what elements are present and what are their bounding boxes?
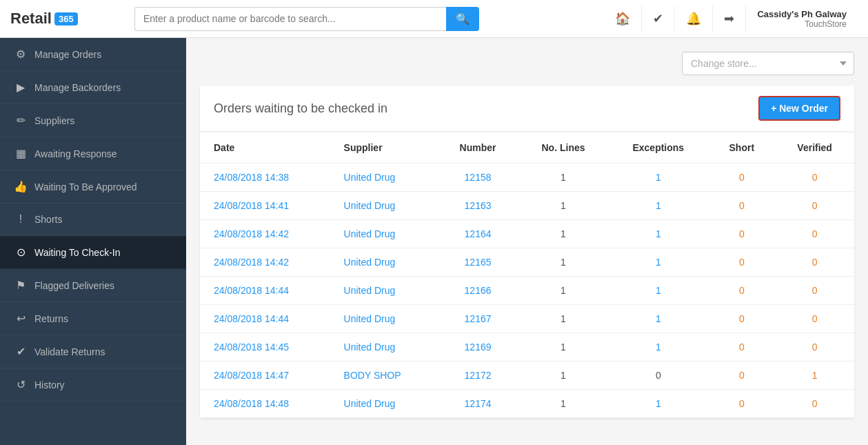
cell-number: 12167 xyxy=(437,305,518,333)
sidebar-item-label: Suppliers xyxy=(34,115,74,126)
cell-lines: 1 xyxy=(518,248,608,277)
cell-verified: 0 xyxy=(775,390,854,418)
logo: Retail 365 xyxy=(10,10,121,28)
cell-verified: 0 xyxy=(775,164,854,192)
cell-verified: 0 xyxy=(775,248,854,277)
user-info: Cassidy's Ph Galway TouchStore xyxy=(746,6,858,32)
store-selector: Change store... xyxy=(200,52,854,75)
user-store: TouchStore xyxy=(757,19,847,29)
manage-orders-icon: ⚙ xyxy=(14,48,28,61)
cell-exceptions: 1 xyxy=(608,277,708,305)
table-row[interactable]: 24/08/2018 14:47 BODY SHOP 12172 1 0 0 1 xyxy=(200,362,854,390)
sidebar-item-suppliers[interactable]: ✏ Suppliers xyxy=(0,104,186,137)
cell-supplier: United Drug xyxy=(330,220,438,248)
check-icon-button[interactable]: ✔ xyxy=(642,6,675,32)
orders-table: Date Supplier Number No. Lines Exception… xyxy=(200,132,854,418)
sidebar-item-manage-backorders[interactable]: ▶ Manage Backorders xyxy=(0,71,186,104)
table-row[interactable]: 24/08/2018 14:42 United Drug 12165 1 1 0… xyxy=(200,248,854,277)
cell-number: 12163 xyxy=(437,192,518,220)
section-header: Orders waiting to be checked in + New Or… xyxy=(200,86,854,132)
home-icon-button[interactable]: 🏠 xyxy=(604,6,642,32)
cell-verified: 1 xyxy=(775,362,854,390)
section-title: Orders waiting to be checked in xyxy=(214,101,387,116)
table-row[interactable]: 24/08/2018 14:41 United Drug 12163 1 1 0… xyxy=(200,192,854,220)
cell-date: 24/08/2018 14:44 xyxy=(200,277,330,305)
sidebar-item-flagged-deliveries[interactable]: ⚑ Flagged Deliveries xyxy=(0,269,186,302)
sidebar-item-label: Awaiting Response xyxy=(34,148,117,159)
cell-short: 0 xyxy=(708,333,775,362)
sidebar-item-waiting-to-be-approved[interactable]: 👍 Waiting To Be Approved xyxy=(0,170,186,204)
history-icon: ↺ xyxy=(14,378,28,391)
sidebar-item-shorts[interactable]: ! Shorts xyxy=(0,204,186,236)
cell-number: 12172 xyxy=(437,362,518,390)
cell-exceptions: 1 xyxy=(608,390,708,418)
col-short: Short xyxy=(708,132,775,164)
table-row[interactable]: 24/08/2018 14:48 United Drug 12174 1 1 0… xyxy=(200,390,854,418)
cell-lines: 1 xyxy=(518,277,608,305)
cell-lines: 1 xyxy=(518,192,608,220)
cell-supplier: United Drug xyxy=(330,333,438,362)
cell-short: 0 xyxy=(708,305,775,333)
sidebar-item-label: Waiting To Check-In xyxy=(34,247,121,258)
search-button[interactable]: 🔍 xyxy=(446,7,479,31)
sidebar-item-returns[interactable]: ↩ Returns xyxy=(0,302,186,335)
table-row[interactable]: 24/08/2018 14:44 United Drug 12167 1 1 0… xyxy=(200,305,854,333)
cell-lines: 1 xyxy=(518,390,608,418)
sidebar-item-label: Returns xyxy=(34,313,68,324)
sidebar-item-validate-returns[interactable]: ✔ Validate Returns xyxy=(0,335,186,368)
col-exceptions: Exceptions xyxy=(608,132,708,164)
logo-badge: 365 xyxy=(54,12,78,26)
sidebar-item-history[interactable]: ↺ History xyxy=(0,368,186,402)
sidebar-item-manage-orders[interactable]: ⚙ Manage Orders xyxy=(0,38,186,71)
sidebar-item-waiting-to-check-in[interactable]: ⊙ Waiting To Check-In xyxy=(0,236,186,269)
table-row[interactable]: 24/08/2018 14:38 United Drug 12158 1 1 0… xyxy=(200,164,854,192)
cell-number: 12158 xyxy=(437,164,518,192)
cell-exceptions: 1 xyxy=(608,305,708,333)
shorts-icon: ! xyxy=(14,213,28,226)
sidebar-item-awaiting-response[interactable]: ▦ Awaiting Response xyxy=(0,137,186,170)
cell-date: 24/08/2018 14:42 xyxy=(200,248,330,277)
cell-verified: 0 xyxy=(775,277,854,305)
table-row[interactable]: 24/08/2018 14:45 United Drug 12169 1 1 0… xyxy=(200,333,854,362)
cell-short: 0 xyxy=(708,192,775,220)
search-input[interactable] xyxy=(134,7,446,31)
layout: ⚙ Manage Orders ▶ Manage Backorders ✏ Su… xyxy=(0,38,868,445)
table-row[interactable]: 24/08/2018 14:44 United Drug 12166 1 1 0… xyxy=(200,277,854,305)
cell-date: 24/08/2018 14:47 xyxy=(200,362,330,390)
cell-exceptions: 1 xyxy=(608,164,708,192)
sidebar-item-label: History xyxy=(34,379,65,390)
waiting-to-check-in-icon: ⊙ xyxy=(14,246,28,259)
search-area: 🔍 xyxy=(134,7,479,31)
validate-returns-icon: ✔ xyxy=(14,345,28,358)
cell-verified: 0 xyxy=(775,192,854,220)
col-lines: No. Lines xyxy=(518,132,608,164)
cell-lines: 1 xyxy=(518,362,608,390)
col-supplier: Supplier xyxy=(330,132,438,164)
table-row[interactable]: 24/08/2018 14:42 United Drug 12164 1 1 0… xyxy=(200,220,854,248)
bell-icon-button[interactable]: 🔔 xyxy=(675,6,713,32)
cell-number: 12174 xyxy=(437,390,518,418)
change-store-dropdown[interactable]: Change store... xyxy=(682,52,854,75)
cell-short: 0 xyxy=(708,220,775,248)
table-header-row: Date Supplier Number No. Lines Exception… xyxy=(200,132,854,164)
sidebar-item-label: Manage Backorders xyxy=(34,82,121,93)
logo-text: Retail xyxy=(10,10,52,28)
cell-number: 12169 xyxy=(437,333,518,362)
cell-verified: 0 xyxy=(775,220,854,248)
cell-verified: 0 xyxy=(775,333,854,362)
sidebar-item-label: Shorts xyxy=(34,214,62,225)
user-name: Cassidy's Ph Galway xyxy=(757,9,847,19)
cell-number: 12164 xyxy=(437,220,518,248)
sidebar-item-label: Waiting To Be Approved xyxy=(34,181,137,192)
cell-verified: 0 xyxy=(775,305,854,333)
col-verified: Verified xyxy=(775,132,854,164)
new-order-button[interactable]: + New Order xyxy=(758,96,840,121)
cell-date: 24/08/2018 14:41 xyxy=(200,192,330,220)
cell-supplier: United Drug xyxy=(330,248,438,277)
cell-short: 0 xyxy=(708,248,775,277)
cell-date: 24/08/2018 14:42 xyxy=(200,220,330,248)
signout-icon-button[interactable]: ➡ xyxy=(713,6,746,32)
manage-backorders-icon: ▶ xyxy=(14,81,28,94)
cell-short: 0 xyxy=(708,390,775,418)
table-header: Date Supplier Number No. Lines Exception… xyxy=(200,132,854,164)
